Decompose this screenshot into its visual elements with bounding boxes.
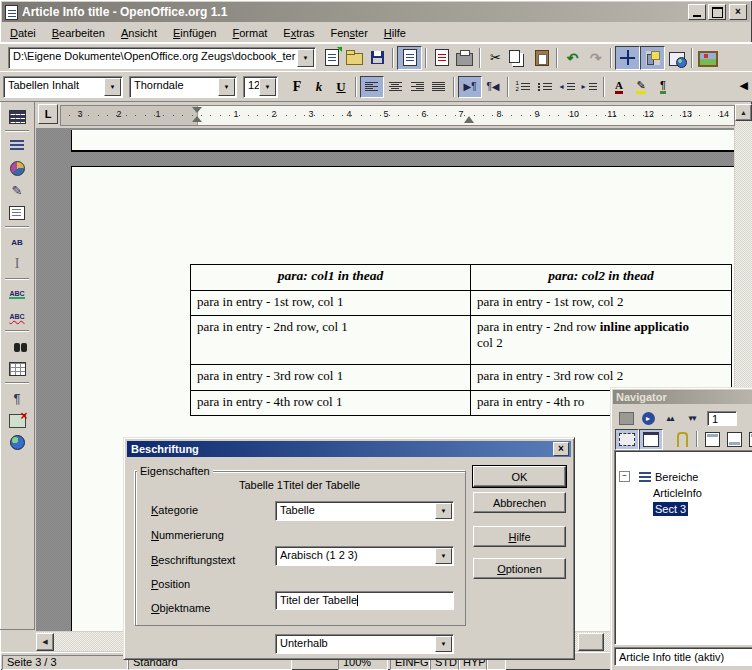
tree-item-articleinfo[interactable]: ArticleInfo [653, 485, 702, 500]
data-sources-button[interactable] [6, 357, 29, 379]
table-cell[interactable]: para in entry - 4th row col 1 [191, 391, 471, 415]
export-pdf-button[interactable] [430, 47, 453, 69]
numbering-dropdown-button[interactable]: ▼ [435, 548, 452, 564]
nav-footer-button[interactable] [723, 430, 745, 449]
horizontal-ruler[interactable]: 3 2 1 1 2 3 4 5 6 7 8 9 10 11 12 13 14 [60, 105, 735, 126]
nav-next-button[interactable]: ▾▾ [681, 409, 703, 428]
tree-item-bereiche[interactable]: − Bereiche [619, 469, 698, 484]
paragraph-style-combobox[interactable]: Tabellen Inhalt ▼ [3, 76, 123, 98]
close-button[interactable]: × [729, 4, 747, 20]
new-document-button[interactable] [320, 47, 343, 69]
nav-zoom-mode-button[interactable] [615, 429, 639, 450]
cancel-button[interactable]: Abbrechen [473, 492, 566, 513]
menu-extras[interactable]: Extras [275, 25, 322, 41]
numbered-list-button[interactable] [512, 77, 534, 97]
table-cell[interactable]: para in entry - 3rd row col 1 [191, 365, 471, 391]
auto-spellcheck-button[interactable]: ABC [6, 305, 29, 327]
nonprinting-characters-button[interactable]: ¶ [6, 387, 29, 409]
cut-button[interactable]: ✂ [484, 47, 507, 69]
align-center-button[interactable] [384, 77, 406, 97]
online-layout-button[interactable] [6, 431, 29, 453]
font-size-combobox[interactable]: 12 ▼ [243, 76, 278, 98]
form-functions-button[interactable] [6, 201, 29, 223]
collapse-icon[interactable]: − [619, 471, 630, 482]
menu-bearbeiten[interactable]: Bearbeiten [44, 25, 113, 41]
scroll-up-button[interactable]: ▲ [735, 104, 752, 121]
page-number-spinner[interactable]: 1 [707, 411, 737, 426]
ok-button[interactable]: OK [473, 466, 566, 487]
scroll-left-button[interactable]: ◀ [36, 633, 54, 651]
insert-object-button[interactable] [6, 157, 29, 179]
numbering-combobox[interactable]: Arabisch (1 2 3) ▼ [275, 546, 454, 566]
url-dropdown-button[interactable]: ▼ [297, 49, 314, 67]
document-url-combobox[interactable]: D:\Eigene Dokumente\OpenOffice.org Zeugs… [8, 47, 316, 69]
text-direction-rtl-button[interactable]: ¶◀ [482, 77, 504, 97]
redo-button[interactable]: ↷ [584, 47, 607, 69]
right-indent-marker[interactable] [464, 116, 474, 123]
nav-navigation-button[interactable]: ▸ [637, 409, 659, 428]
nav-header-button[interactable] [701, 430, 723, 449]
paste-button[interactable] [530, 47, 553, 69]
table-cell[interactable]: para in entry - 2nd row inline applicati… [471, 316, 731, 365]
menu-einfuegen[interactable]: Einfügen [165, 25, 224, 41]
caption-text-input[interactable]: Titel der Tabelle [275, 591, 454, 610]
nav-content-view-button[interactable] [639, 429, 663, 450]
navigator-toggle-button[interactable] [615, 46, 640, 70]
direct-cursor-button[interactable]: I [6, 253, 29, 275]
nav-toggle-button[interactable] [615, 409, 637, 428]
navigator-tree[interactable]: − Bereiche ArticleInfo Sect 3 [614, 450, 752, 645]
table-header-cell[interactable]: para: col1 in thead [191, 265, 471, 291]
dialog-close-button[interactable]: × [553, 442, 569, 456]
category-dropdown-button[interactable]: ▼ [435, 503, 452, 519]
highlighting-button[interactable]: ✎ [630, 77, 652, 97]
nav-set-reminder-button[interactable] [671, 430, 693, 449]
font-color-button[interactable]: A [608, 77, 630, 97]
table-cell[interactable]: para in entry - 1st row, col 1 [191, 291, 471, 316]
print-button[interactable] [453, 47, 476, 69]
menu-ansicht[interactable]: Ansicht [113, 25, 165, 41]
save-button[interactable] [366, 47, 389, 69]
copy-button[interactable] [507, 47, 530, 69]
first-line-indent-marker[interactable] [192, 116, 202, 122]
category-combobox[interactable]: Tabelle ▼ [275, 501, 454, 521]
open-button[interactable] [343, 47, 366, 69]
align-right-button[interactable] [406, 77, 428, 97]
horizontal-scrollbar-thumb[interactable] [578, 633, 604, 651]
toolbar-more-arrow[interactable]: ◀ [740, 79, 748, 92]
insert-fields-button[interactable] [6, 135, 29, 157]
insert-button[interactable] [6, 105, 29, 127]
draw-functions-button[interactable]: ✎ [6, 179, 29, 201]
table-header-cell[interactable]: para: col2 in thead [471, 265, 731, 291]
bold-button[interactable]: F [286, 77, 308, 97]
increase-indent-button[interactable] [578, 77, 600, 97]
position-combobox[interactable]: Unterhalb ▼ [275, 634, 454, 654]
menu-hilfe[interactable]: Hilfe [376, 25, 414, 41]
decrease-indent-button[interactable] [556, 77, 578, 97]
help-button[interactable]: Hilfe [473, 526, 566, 547]
spellcheck-button[interactable]: ABC [6, 283, 29, 305]
minimize-button[interactable] [688, 4, 706, 20]
size-dropdown-button[interactable]: ▼ [259, 78, 276, 96]
menu-datei[interactable]: Datei [2, 25, 44, 41]
edit-file-button[interactable] [397, 46, 422, 70]
paragraph-background-button[interactable]: ¶ [652, 77, 674, 97]
gallery-button[interactable] [696, 47, 719, 69]
font-dropdown-button[interactable]: ▼ [218, 78, 235, 96]
undo-button[interactable]: ↶ [561, 47, 584, 69]
align-left-button[interactable] [360, 76, 384, 98]
tab-type-selector[interactable]: L [38, 104, 58, 124]
style-dropdown-button[interactable]: ▼ [104, 78, 121, 96]
position-dropdown-button[interactable]: ▼ [435, 636, 452, 652]
graphics-on-off-button[interactable] [6, 409, 29, 431]
nav-previous-button[interactable]: ▴▴ [659, 409, 681, 428]
nav-anchor-button[interactable] [745, 430, 752, 449]
maximize-button[interactable] [708, 4, 726, 20]
stylist-toggle-button[interactable] [640, 46, 665, 70]
autotext-button[interactable]: AB [6, 231, 29, 253]
menu-format[interactable]: Format [224, 25, 275, 41]
table-cell[interactable]: para in entry - 1st row, col 2 [471, 291, 731, 316]
bullet-list-button[interactable] [534, 77, 556, 97]
hyperlink-dialog-button[interactable] [665, 47, 688, 69]
find-replace-button[interactable] [6, 335, 29, 357]
tree-item-sect3[interactable]: Sect 3 [653, 501, 688, 516]
